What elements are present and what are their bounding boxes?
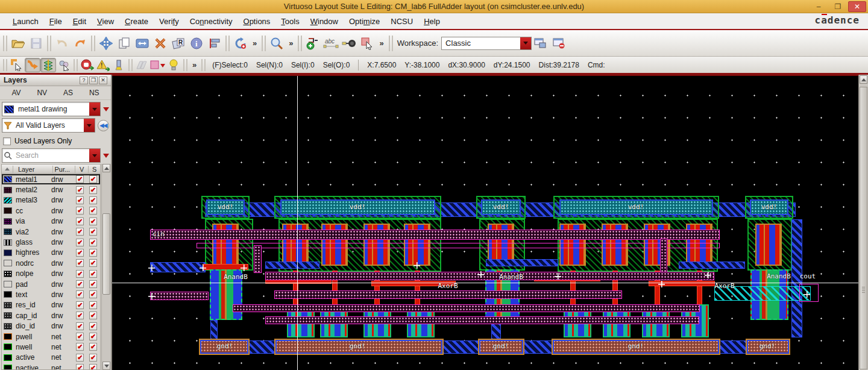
toolbar-overflow[interactable]: » xyxy=(376,39,386,48)
layer-selectable-checkbox[interactable]: ✔ xyxy=(89,228,97,236)
layer-row-via2[interactable]: via2drw✔✔ xyxy=(2,227,100,237)
net-label-vdd[interactable]: vdd! xyxy=(761,203,778,211)
layer-selectable-checkbox[interactable]: ✔ xyxy=(89,343,97,351)
net-label-gnd[interactable]: gnd! xyxy=(493,342,509,350)
layer-filter-combo[interactable]: All Valid Layers xyxy=(2,118,95,133)
menu-item-options[interactable]: Options xyxy=(238,17,276,26)
layer-visible-checkbox[interactable]: ✔ xyxy=(76,364,84,370)
layer-selectable-checkbox[interactable]: ✔ xyxy=(89,249,97,257)
canvas-scroll-up-button[interactable] xyxy=(860,75,867,84)
select-mode-button[interactable] xyxy=(358,34,376,52)
toolbar-grip[interactable] xyxy=(47,36,51,51)
net-label-vdd[interactable]: vdd! xyxy=(628,203,644,211)
layer-selectable-checkbox[interactable]: ✔ xyxy=(89,218,97,225)
layer-visible-checkbox[interactable]: ✔ xyxy=(76,207,84,215)
layer-selectable-checkbox[interactable]: ✔ xyxy=(89,333,97,340)
layer-row-glass[interactable]: glassdrw✔✔ xyxy=(2,237,100,247)
stretch-button[interactable] xyxy=(133,34,151,52)
layer-visible-checkbox[interactable]: ✔ xyxy=(76,354,84,362)
layer-row-text[interactable]: textdrw✔✔ xyxy=(2,289,100,299)
layer-selectable-checkbox[interactable]: ✔ xyxy=(89,280,97,288)
net-label-vdd[interactable]: vdd! xyxy=(218,203,234,211)
layer-table-header[interactable]: Layer Pur... V S xyxy=(2,165,100,174)
toolbar-grip[interactable] xyxy=(74,59,78,71)
layer-visible-checkbox[interactable]: ✔ xyxy=(76,218,84,225)
layer-selectable-checkbox[interactable]: ✔ xyxy=(89,186,97,194)
menu-item-help[interactable]: Help xyxy=(418,17,445,26)
net-label-cin[interactable]: cin xyxy=(153,230,165,238)
minimize-button[interactable]: – xyxy=(810,1,828,12)
toolbar-grip[interactable] xyxy=(298,36,302,51)
layer-visible-checkbox[interactable]: ✔ xyxy=(76,290,84,298)
layer-row-metal1[interactable]: metal1drw✔✔ xyxy=(2,174,100,184)
layout-shape-m2[interactable] xyxy=(150,230,720,240)
layer-selectable-checkbox[interactable]: ✔ xyxy=(89,207,97,215)
open-button[interactable] xyxy=(9,34,27,52)
toolbar-grip[interactable] xyxy=(389,36,393,51)
layer-visible-checkbox[interactable]: ✔ xyxy=(76,196,84,204)
toolbar-grip[interactable] xyxy=(3,59,7,71)
close-button[interactable]: ✕ xyxy=(848,1,866,12)
area-select-button[interactable] xyxy=(56,58,72,72)
active-layer-combo[interactable]: metal1 drawing xyxy=(2,102,101,116)
workspace-combo[interactable]: Classic xyxy=(441,37,532,50)
layer-selectable-checkbox[interactable]: ✔ xyxy=(89,270,97,278)
layout-canvas[interactable]: cinvdd!vdd!vdd!vdd!vdd!AnandBAnandBAnand… xyxy=(112,75,858,370)
create-instance-button[interactable] xyxy=(304,34,322,52)
canvas-scrollbar[interactable] xyxy=(858,75,868,370)
panel-close-button[interactable]: ✕ xyxy=(99,77,107,84)
layer-row-res_id[interactable]: res_iddrw✔✔ xyxy=(2,300,100,310)
toolbar-grip[interactable] xyxy=(91,36,95,51)
menu-item-launch[interactable]: Launch xyxy=(7,17,44,26)
layer-row-pwell[interactable]: pwellnet✔✔ xyxy=(2,331,100,342)
visibility-button-ns[interactable]: NS xyxy=(87,88,102,98)
copy-button[interactable] xyxy=(115,34,133,52)
redo-button[interactable] xyxy=(71,34,89,52)
layer-row-pad[interactable]: paddrw✔✔ xyxy=(2,279,100,289)
layer-row-nodrc[interactable]: nodrcdrw✔✔ xyxy=(2,258,100,268)
properties-button[interactable]: i xyxy=(187,34,206,52)
scroll-up-button[interactable] xyxy=(102,164,110,172)
layout-shape-m2[interactable] xyxy=(233,304,700,312)
layer-menu-arrow-icon[interactable] xyxy=(103,107,109,114)
save-button[interactable] xyxy=(27,34,45,52)
net-label-anandb[interactable]: AnandB xyxy=(224,273,248,281)
layout-shape-m2[interactable] xyxy=(265,272,714,280)
layout-shape-m2[interactable] xyxy=(274,290,622,299)
save-workspace-button[interactable] xyxy=(532,34,550,52)
toolbar-grip[interactable] xyxy=(3,36,7,51)
toolbar-overflow[interactable]: » xyxy=(250,39,260,48)
layers-panel-titlebar[interactable]: Layers ? ❐ ✕ xyxy=(0,75,111,86)
title-bar[interactable]: Virtuoso Layout Suite L Editing: CM_lab6… xyxy=(0,0,868,13)
layout-shape-m1h[interactable] xyxy=(486,259,558,266)
menu-item-tools[interactable]: Tools xyxy=(275,17,304,26)
canvas-scrollbar-thumb[interactable] xyxy=(860,87,867,369)
delete-button[interactable] xyxy=(151,34,169,52)
scroll-down-button[interactable] xyxy=(102,362,110,370)
layout-shape-m2[interactable] xyxy=(150,292,209,300)
column-layer[interactable]: Layer xyxy=(13,166,52,173)
net-label-anandb[interactable]: AnandB xyxy=(767,272,791,280)
rotate-button[interactable]: R xyxy=(169,34,187,52)
layout-shape-m2[interactable] xyxy=(254,245,262,273)
toolbar-grip[interactable] xyxy=(225,36,230,51)
layer-selectable-checkbox[interactable]: ✔ xyxy=(89,364,97,370)
layer-visible-checkbox[interactable]: ✔ xyxy=(76,239,84,246)
layout-shape-m1h[interactable] xyxy=(150,262,206,272)
column-purpose[interactable]: Pur... xyxy=(52,166,75,173)
layer-row-dio_id[interactable]: dio_iddrw✔✔ xyxy=(2,321,100,331)
net-label-gnd[interactable]: gnd! xyxy=(217,342,233,350)
scrollbar-thumb[interactable] xyxy=(102,213,110,295)
layer-selectable-checkbox[interactable]: ✔ xyxy=(89,301,97,309)
net-label-anandb[interactable]: AnandB xyxy=(499,273,523,281)
layer-visible-checkbox[interactable]: ✔ xyxy=(76,280,84,288)
layer-selectable-checkbox[interactable]: ✔ xyxy=(89,175,97,183)
menu-item-file[interactable]: File xyxy=(44,17,68,26)
visibility-button-av[interactable]: AV xyxy=(9,88,23,98)
layout-shape-m2[interactable] xyxy=(265,316,699,324)
layer-visible-checkbox[interactable]: ✔ xyxy=(76,186,84,194)
panel-float-button[interactable]: ❐ xyxy=(89,77,98,84)
move-button[interactable] xyxy=(97,34,115,52)
layer-row-metal3[interactable]: metal3drw✔✔ xyxy=(2,195,100,205)
stop-button[interactable] xyxy=(80,58,95,72)
